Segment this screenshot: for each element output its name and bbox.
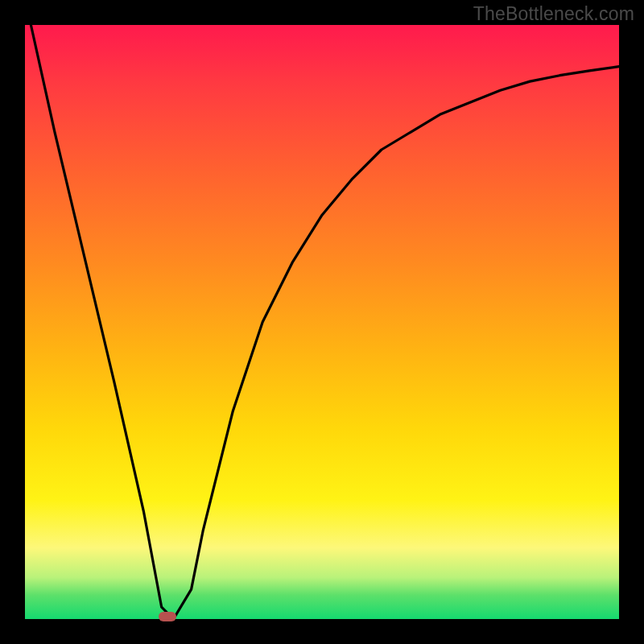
bottleneck-curve: [25, 25, 619, 619]
plot-area: [25, 25, 619, 619]
watermark-text: TheBottleneck.com: [473, 3, 634, 25]
minimum-marker: [159, 612, 176, 621]
chart-frame: TheBottleneck.com: [0, 0, 644, 644]
